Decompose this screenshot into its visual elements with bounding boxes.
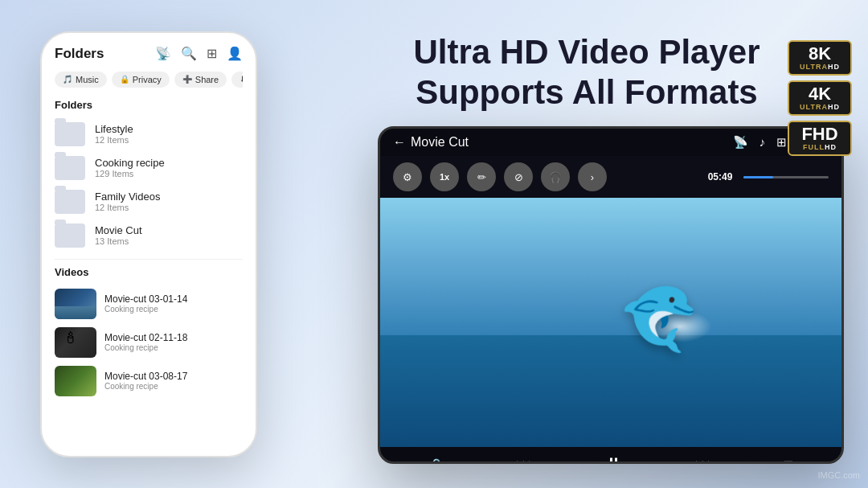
folders-section-label: Folders	[55, 99, 243, 111]
phone-mockup: Folders 📡 🔍 ⊞ 👤 🎵 Music 🔒 Privacy	[40, 31, 257, 457]
folder-count-moviecut: 13 Items	[95, 236, 142, 246]
progress-bar[interactable]	[743, 176, 829, 178]
folder-name-family: Family Videos	[95, 191, 160, 203]
chip-privacy[interactable]: 🔒 Privacy	[112, 72, 170, 88]
phone-header-icons: 📡 🔍 ⊞ 👤	[155, 46, 243, 61]
badge-8k-sub-bold: HD	[828, 63, 840, 71]
lock-button[interactable]: 🔒	[428, 457, 444, 465]
video-item-3[interactable]: Movie-cut 03-08-17 Cooking recipe	[55, 362, 243, 400]
prev-button[interactable]: ⏮	[516, 456, 532, 465]
video-name-1: Movie-cut 03-01-14	[104, 293, 187, 305]
phone-chips: 🎵 Music 🔒 Privacy ➕ Share ⬇ Download	[55, 72, 243, 88]
folder-count-family: 12 Items	[95, 203, 160, 212]
badge-4k-sub: ULTRAHD	[799, 103, 841, 111]
tool-settings[interactable]: ⚙	[393, 162, 422, 191]
chip-download[interactable]: ⬇ Download	[231, 72, 243, 88]
badge-fhd-sub-normal: FULL	[803, 143, 825, 151]
folder-moviecut[interactable]: Movie Cut 13 Items	[55, 219, 243, 252]
toolbar-row: ⚙ 1x ✏ ⊘ 🎧 › 05:49	[380, 156, 841, 198]
badge-4k: 4K ULTRAHD	[788, 80, 852, 116]
phone-folders-title: Folders	[55, 46, 104, 62]
chip-music-label: Music	[76, 75, 99, 84]
tablet-mockup: ← Movie Cut 📡 ♪ ⊞ ≡ ⋮ ⚙ 1x ✏ ⊘ 🎧 ›	[378, 126, 844, 464]
folder-cooking[interactable]: Cooking recipe 129 Items	[55, 151, 243, 185]
tablet-video-area: 🐬	[380, 198, 841, 447]
play-pause-button[interactable]: ⏸	[604, 453, 624, 464]
folder-icon-family	[55, 190, 85, 214]
folder-family[interactable]: Family Videos 12 Items	[55, 185, 243, 219]
chip-privacy-label: Privacy	[133, 75, 162, 84]
progress-fill	[743, 176, 773, 178]
badge-8k-sub-normal: ULTRA	[800, 63, 828, 71]
badge-fhd-number: FHD	[799, 125, 841, 143]
grid-icon[interactable]: ⊞	[207, 46, 217, 61]
progress-time: 05:49	[708, 171, 733, 182]
badge-8k-number: 8K	[799, 45, 841, 63]
videos-section-label: Videos	[55, 266, 243, 278]
video-thumb-3	[55, 366, 96, 396]
tool-audio[interactable]: 🎧	[541, 162, 570, 191]
video-sub-3: Cooking recipe	[104, 382, 187, 391]
folder-count-lifestyle: 12 Items	[95, 135, 133, 145]
music-icon: 🎵	[63, 75, 72, 84]
video-sub-2: Cooking recipe	[104, 343, 187, 352]
chip-share[interactable]: ➕ Share	[174, 72, 227, 88]
badge-fhd: FHD FULLHD	[788, 121, 852, 156]
watermark: IMGC.com	[817, 470, 860, 480]
chip-music[interactable]: 🎵 Music	[55, 72, 107, 88]
folder-count-cooking: 129 Items	[95, 169, 165, 178]
video-sub-1: Cooking recipe	[104, 305, 187, 314]
tool-speed[interactable]: 1x	[430, 162, 459, 191]
tablet-header: ← Movie Cut 📡 ♪ ⊞ ≡ ⋮	[380, 129, 841, 156]
badge-8k: 8K ULTRAHD	[788, 40, 852, 76]
fullscreen-button[interactable]: ⊡	[783, 457, 793, 465]
badge-8k-sub: ULTRAHD	[799, 63, 841, 71]
water	[380, 335, 841, 448]
lock-icon: 🔒	[120, 75, 129, 84]
phone-header: Folders 📡 🔍 ⊞ 👤	[55, 46, 243, 62]
tablet-title: Movie Cut	[411, 135, 469, 150]
video-item-1[interactable]: Movie-cut 03-01-14 Cooking recipe	[55, 285, 243, 323]
hero-section: Ultra HD Video Player Supports All Forma…	[330, 32, 844, 129]
folder-lifestyle[interactable]: Lifestyle 12 Items	[55, 117, 243, 151]
video-name-2: Movie-cut 02-11-18	[104, 332, 187, 343]
badge-fhd-sub-bold: HD	[825, 143, 837, 151]
tablet-screen-icon[interactable]: ⊞	[776, 135, 787, 150]
hero-line2: Supports All Formats	[416, 73, 757, 111]
badge-4k-sub-bold: HD	[828, 103, 840, 111]
download-icon: ⬇	[240, 75, 243, 84]
folder-icon-cooking	[55, 156, 85, 180]
folder-name-lifestyle: Lifestyle	[95, 123, 133, 135]
tool-block[interactable]: ⊘	[504, 162, 533, 191]
video-thumb-1	[55, 289, 96, 319]
search-icon[interactable]: 🔍	[181, 46, 197, 61]
folder-icon-lifestyle	[55, 122, 85, 146]
folder-name-cooking: Cooking recipe	[95, 157, 165, 169]
cast-icon[interactable]: 📡	[155, 46, 171, 61]
next-button[interactable]: ⏭	[695, 456, 711, 465]
user-plus-icon[interactable]: 👤	[227, 46, 243, 61]
badge-4k-sub-normal: ULTRA	[800, 103, 828, 111]
tool-more[interactable]: ›	[578, 162, 607, 191]
badge-fhd-sub: FULLHD	[799, 143, 841, 151]
folder-name-moviecut: Movie Cut	[95, 224, 142, 236]
folder-icon-moviecut	[55, 223, 85, 248]
tablet-music-icon[interactable]: ♪	[760, 135, 766, 150]
badge-4k-number: 4K	[799, 85, 841, 103]
video-name-3: Movie-cut 03-08-17	[104, 371, 187, 382]
tablet-cast-icon[interactable]: 📡	[733, 135, 748, 150]
hero-line1: Ultra HD Video Player	[413, 33, 760, 71]
video-item-2[interactable]: Movie-cut 02-11-18 Cooking recipe	[55, 323, 243, 362]
tool-edit[interactable]: ✏	[467, 162, 496, 191]
resolution-badges: 8K ULTRAHD 4K ULTRAHD FHD FULLHD	[788, 40, 852, 156]
dolphin-scene: 🐬	[380, 198, 841, 447]
tablet-controls: 🔒 ⏮ ⏸ ⏭ ⊡	[380, 447, 841, 464]
video-thumb-2	[55, 327, 96, 358]
right-area: Ultra HD Video Player Supports All Forma…	[330, 0, 844, 488]
share-icon: ➕	[182, 75, 192, 84]
tablet-back-button[interactable]: ← Movie Cut	[393, 135, 469, 150]
divider	[55, 259, 243, 260]
chip-share-label: Share	[195, 75, 219, 84]
hero-title: Ultra HD Video Player Supports All Forma…	[330, 32, 844, 113]
back-icon: ←	[393, 135, 406, 150]
